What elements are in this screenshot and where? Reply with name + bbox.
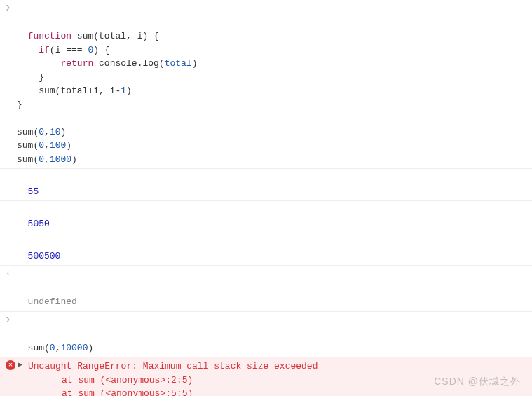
code-line: function sum(total, i) {	[28, 31, 159, 41]
console-output: 55	[0, 169, 532, 201]
console-output: 5050	[0, 201, 532, 233]
code-line: return console.log(total)	[17, 58, 197, 69]
code-line: }	[17, 72, 44, 83]
error-message: Uncaught RangeError: Maximum call stack …	[28, 361, 318, 371]
console-output: 500500	[0, 233, 532, 266]
log-value: 500500	[28, 251, 61, 261]
code-line: }	[17, 100, 22, 110]
code-line: sum(0,100)	[17, 140, 71, 151]
log-value: 5050	[28, 219, 50, 229]
console-return: ‹ undefined	[0, 266, 532, 312]
return-marker-icon: ‹	[6, 268, 11, 280]
code-line: sum(0,1000)	[17, 154, 77, 165]
code-line: sum(total+i, i-1)	[17, 86, 132, 96]
console-input-block[interactable]: ❯ function sum(total, i) { if(i === 0) {…	[0, 0, 532, 169]
watermark: CSDN @伏城之外	[434, 374, 521, 389]
code-line: if(i === 0) {	[17, 45, 110, 55]
error-icon: ✕	[6, 360, 15, 370]
console-input-block[interactable]: ❯ sum(0,10000)	[0, 312, 532, 358]
expand-icon[interactable]: ▶	[18, 360, 22, 370]
log-value: 55	[28, 186, 39, 197]
code-line: sum(0,10)	[17, 127, 66, 137]
return-value: undefined	[28, 296, 77, 307]
input-marker-icon: ❯	[6, 2, 11, 14]
code-line: sum(0,10000)	[28, 343, 94, 353]
input-marker-icon: ❯	[6, 314, 11, 326]
